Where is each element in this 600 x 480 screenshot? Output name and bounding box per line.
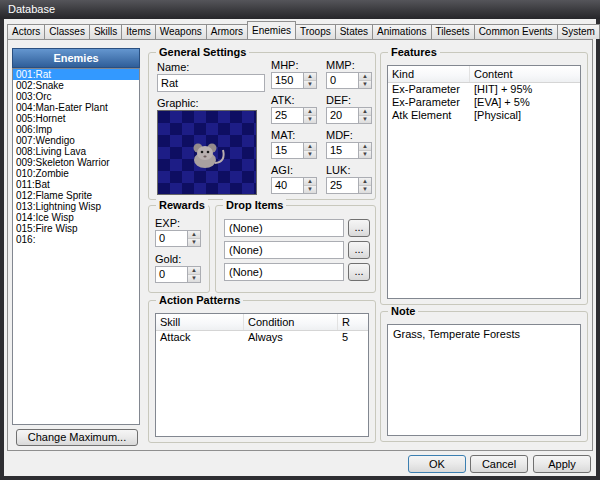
- reward-spinner[interactable]: 0 ▲ ▼: [155, 266, 201, 283]
- column-rating[interactable]: R: [338, 314, 368, 330]
- spin-down-icon[interactable]: ▼: [304, 151, 316, 158]
- tab[interactable]: Classes: [44, 24, 90, 39]
- drop-item-browse-button[interactable]: ...: [348, 219, 370, 237]
- enemy-list-item[interactable]: 006:Imp: [13, 124, 139, 135]
- tab[interactable]: Skills: [89, 24, 122, 39]
- column-kind[interactable]: Kind: [388, 66, 470, 82]
- apply-button[interactable]: Apply: [533, 455, 591, 473]
- tab[interactable]: Tilesets: [431, 24, 475, 39]
- enemy-name-input[interactable]: [157, 74, 265, 92]
- stat-value[interactable]: 25: [272, 108, 303, 123]
- stat-value[interactable]: 15: [327, 143, 358, 158]
- stat-value[interactable]: 25: [327, 178, 358, 193]
- tab[interactable]: Actors: [7, 24, 45, 39]
- tab[interactable]: States: [335, 24, 373, 39]
- reward-spinner[interactable]: 0 ▲ ▼: [155, 230, 201, 247]
- reward-value[interactable]: 0: [156, 267, 187, 282]
- stat-spinner[interactable]: 40 ▲ ▼: [271, 177, 317, 194]
- spin-down-icon[interactable]: ▼: [359, 116, 371, 123]
- spin-up-icon[interactable]: ▲: [188, 267, 200, 275]
- features-table[interactable]: Kind Content Ex-Parameter [HIT] + 95% Ex…: [387, 65, 581, 299]
- tab[interactable]: Animations: [372, 24, 431, 39]
- spin-down-icon[interactable]: ▼: [359, 81, 371, 88]
- enemy-list-item[interactable]: 015:Fire Wisp: [13, 223, 139, 234]
- spin-up-icon[interactable]: ▲: [304, 108, 316, 116]
- stat-spinner[interactable]: 150 ▲ ▼: [271, 72, 317, 89]
- spin-down-icon[interactable]: ▼: [188, 275, 200, 282]
- spin-down-icon[interactable]: ▼: [304, 116, 316, 123]
- stat-label: MDF:: [326, 129, 376, 141]
- stat-field: MMP: 0 ▲ ▼: [326, 59, 376, 89]
- enemy-list-item[interactable]: 004:Man-Eater Plant: [13, 102, 139, 113]
- enemy-list-item[interactable]: 008:Living Lava: [13, 146, 139, 157]
- drop-item-row: (None) ...: [224, 241, 370, 259]
- enemy-list-item[interactable]: 001:Rat: [13, 69, 139, 80]
- spin-up-icon[interactable]: ▲: [304, 73, 316, 81]
- drop-item-browse-button[interactable]: ...: [348, 263, 370, 281]
- tab[interactable]: Weapons: [155, 24, 207, 39]
- enemy-list-item[interactable]: 007:Wendigo: [13, 135, 139, 146]
- name-label: Name:: [157, 61, 189, 73]
- drop-item-browse-button[interactable]: ...: [348, 241, 370, 259]
- spin-down-icon[interactable]: ▼: [188, 239, 200, 246]
- stat-value[interactable]: 20: [327, 108, 358, 123]
- title-bar[interactable]: Database: [0, 0, 600, 19]
- enemy-list-item[interactable]: 009:Skeleton Warrior: [13, 157, 139, 168]
- spin-down-icon[interactable]: ▼: [359, 186, 371, 193]
- tab[interactable]: Armors: [206, 24, 248, 39]
- change-maximum-button[interactable]: Change Maximum...: [16, 429, 138, 446]
- spin-down-icon[interactable]: ▼: [304, 81, 316, 88]
- stat-value[interactable]: 0: [327, 73, 358, 88]
- stat-spinner[interactable]: 20 ▲ ▼: [326, 107, 372, 124]
- enemy-list-item[interactable]: 005:Hornet: [13, 113, 139, 124]
- enemy-list-item[interactable]: 011:Bat: [13, 179, 139, 190]
- spin-up-icon[interactable]: ▲: [359, 143, 371, 151]
- action-patterns-group: Action Patterns Skill Condition R Attack…: [148, 300, 376, 443]
- reward-value[interactable]: 0: [156, 231, 187, 246]
- enemy-list-item[interactable]: 012:Flame Sprite: [13, 190, 139, 201]
- spin-up-icon[interactable]: ▲: [304, 143, 316, 151]
- column-content[interactable]: Content: [470, 66, 580, 82]
- column-skill[interactable]: Skill: [156, 314, 244, 330]
- spin-up-icon[interactable]: ▲: [359, 108, 371, 116]
- spin-up-icon[interactable]: ▲: [188, 231, 200, 239]
- stat-spinner[interactable]: 15 ▲ ▼: [326, 142, 372, 159]
- enemy-list-item[interactable]: 016:: [13, 234, 139, 245]
- action-patterns-table[interactable]: Skill Condition R Attack Always 5: [155, 313, 369, 437]
- spin-down-icon[interactable]: ▼: [304, 186, 316, 193]
- stat-spinner[interactable]: 25 ▲ ▼: [326, 177, 372, 194]
- feature-row[interactable]: Ex-Parameter [EVA] + 5%: [388, 96, 580, 109]
- spin-up-icon[interactable]: ▲: [359, 178, 371, 186]
- spin-up-icon[interactable]: ▲: [304, 178, 316, 186]
- spin-up-icon[interactable]: ▲: [359, 73, 371, 81]
- feature-row[interactable]: Atk Element [Physical]: [388, 109, 580, 122]
- stat-spinner[interactable]: 25 ▲ ▼: [271, 107, 317, 124]
- spin-down-icon[interactable]: ▼: [359, 151, 371, 158]
- enemy-list-item[interactable]: 003:Orc: [13, 91, 139, 102]
- drop-item-value[interactable]: (None): [224, 241, 344, 259]
- stat-value[interactable]: 15: [272, 143, 303, 158]
- stat-value[interactable]: 150: [272, 73, 303, 88]
- enemy-graphic-preview[interactable]: [157, 110, 257, 195]
- tab[interactable]: System: [557, 24, 600, 39]
- feature-row[interactable]: Ex-Parameter [HIT] + 95%: [388, 83, 580, 96]
- tab[interactable]: Items: [121, 24, 155, 39]
- enemy-list-item[interactable]: 014:Ice Wisp: [13, 212, 139, 223]
- tab[interactable]: Common Events: [474, 24, 558, 39]
- stat-value[interactable]: 40: [272, 178, 303, 193]
- rewards-title: Rewards: [156, 199, 208, 211]
- tab[interactable]: Troops: [295, 24, 336, 39]
- enemy-list-item[interactable]: 002:Snake: [13, 80, 139, 91]
- column-condition[interactable]: Condition: [244, 314, 338, 330]
- action-pattern-row[interactable]: Attack Always 5: [156, 331, 368, 344]
- enemy-list-item[interactable]: 013:Lightning Wisp: [13, 201, 139, 212]
- note-textarea[interactable]: Grass, Temperate Forests: [387, 324, 581, 436]
- drop-item-value[interactable]: (None): [224, 263, 344, 281]
- cancel-button[interactable]: Cancel: [470, 455, 528, 473]
- drop-item-value[interactable]: (None): [224, 219, 344, 237]
- enemy-list-item[interactable]: 010:Zombie: [13, 168, 139, 179]
- ok-button[interactable]: OK: [408, 455, 466, 473]
- tab[interactable]: Enemies: [247, 21, 296, 39]
- stat-spinner[interactable]: 15 ▲ ▼: [271, 142, 317, 159]
- stat-spinner[interactable]: 0 ▲ ▼: [326, 72, 372, 89]
